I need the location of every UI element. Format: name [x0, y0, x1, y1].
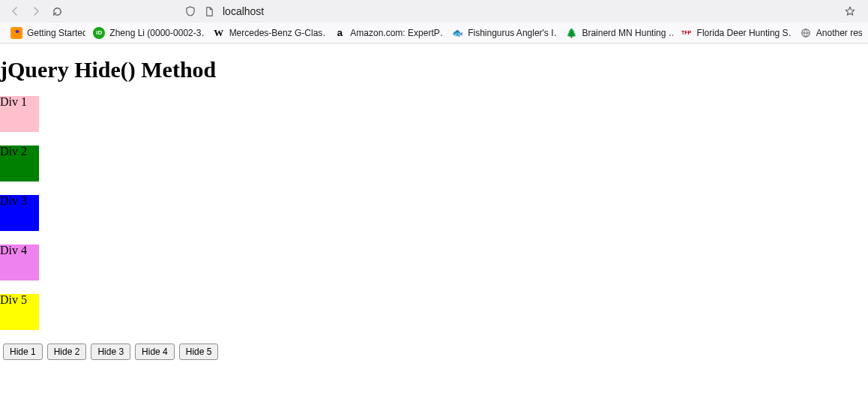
- bookmark-item[interactable]: 🐟 Fishingurus Angler's I…: [447, 26, 558, 40]
- bookmark-item[interactable]: 🌲 Brainerd MN Hunting …: [561, 26, 672, 40]
- box-label: Div 5: [0, 293, 27, 306]
- bookmark-label: Mercedes-Benz G-Clas…: [229, 28, 327, 38]
- bookmark-label: Zheng Li (0000-0002-3…: [109, 28, 205, 38]
- bookmark-item[interactable]: W Mercedes-Benz G-Clas…: [208, 26, 327, 40]
- toolbar-right: [841, 2, 862, 20]
- page-icon: [204, 6, 215, 17]
- star-icon: [844, 5, 856, 17]
- hide-4-button[interactable]: Hide 4: [135, 344, 175, 360]
- div-box-1: Div 1: [0, 96, 39, 132]
- button-row: Hide 1 Hide 2 Hide 3 Hide 4 Hide 5: [0, 344, 868, 360]
- forward-button[interactable]: [27, 2, 45, 20]
- div-box-2: Div 2: [0, 146, 39, 182]
- arrow-left-icon: [9, 5, 21, 17]
- box-label: Div 4: [0, 244, 27, 256]
- bookmark-label: Florida Deer Hunting S…: [697, 28, 792, 38]
- div-box-3: Div 3: [0, 195, 39, 231]
- page-content: jQuery Hide() Method Div 1 Div 2 Div 3 D…: [0, 57, 868, 360]
- wikipedia-icon: W: [213, 27, 225, 39]
- bookmark-label: Brainerd MN Hunting …: [582, 28, 672, 38]
- globe-icon: [800, 27, 812, 39]
- reload-icon: [52, 6, 63, 17]
- shield-icon: [184, 5, 196, 17]
- div-box-4: Div 4: [0, 244, 39, 280]
- bookmark-label: Fishingurus Angler's I…: [468, 28, 558, 38]
- hide-2-button[interactable]: Hide 2: [47, 344, 87, 360]
- box-label: Div 3: [0, 194, 27, 207]
- bookmarks-bar: Getting Started iD Zheng Li (0000-0002-3…: [0, 22, 868, 44]
- url-text: localhost: [223, 5, 264, 17]
- hide-5-button[interactable]: Hide 5: [179, 344, 219, 360]
- fish-icon: 🐟: [451, 27, 463, 39]
- address-bar[interactable]: localhost: [184, 5, 264, 17]
- bookmark-item[interactable]: Getting Started: [6, 26, 85, 40]
- bookmark-item[interactable]: TFP Florida Deer Hunting S…: [676, 26, 792, 40]
- page-title: jQuery Hide() Method: [0, 57, 868, 82]
- hide-1-button[interactable]: Hide 1: [3, 344, 43, 360]
- bookmark-item[interactable]: iD Zheng Li (0000-0002-3…: [88, 26, 205, 40]
- box-container: Div 1 Div 2 Div 3 Div 4 Div 5: [0, 96, 868, 330]
- bookmark-label: Getting Started: [27, 28, 85, 38]
- bookmark-item[interactable]: Another res: [795, 26, 862, 40]
- browser-nav-bar: localhost: [0, 0, 868, 22]
- div-box-5: Div 5: [0, 294, 39, 330]
- tree-icon: 🌲: [565, 27, 577, 39]
- hide-3-button[interactable]: Hide 3: [91, 344, 130, 360]
- reload-button[interactable]: [48, 2, 66, 20]
- bookmark-label: Amazon.com: ExpertP…: [350, 28, 444, 38]
- box-label: Div 1: [0, 95, 27, 108]
- arrow-right-icon: [30, 5, 42, 17]
- firefox-icon: [10, 27, 22, 39]
- tfp-icon: TFP: [681, 27, 693, 39]
- amazon-icon: a: [334, 27, 346, 39]
- bookmark-label: Another res: [816, 28, 862, 38]
- bookmark-star-button[interactable]: [841, 2, 859, 20]
- box-label: Div 2: [0, 145, 27, 158]
- back-button[interactable]: [6, 2, 24, 20]
- orcid-icon: iD: [93, 27, 105, 39]
- bookmark-item[interactable]: a Amazon.com: ExpertP…: [329, 26, 444, 40]
